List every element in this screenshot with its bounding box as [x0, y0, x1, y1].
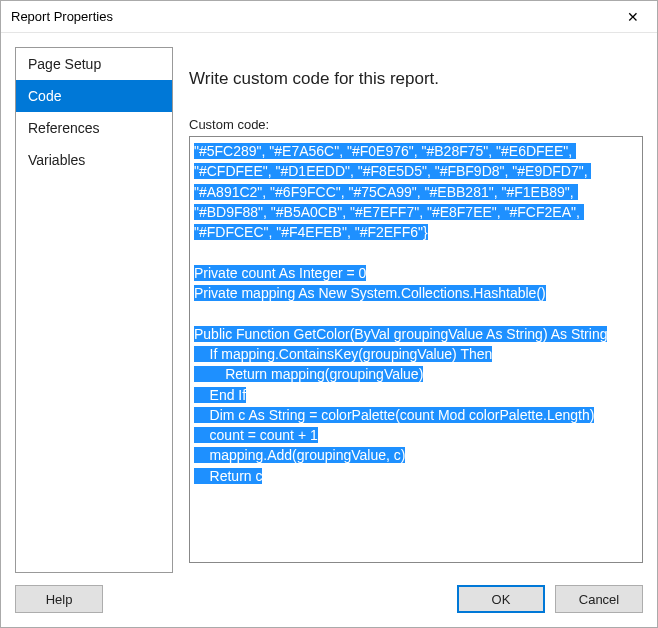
sidebar: Page Setup Code References Variables	[15, 47, 173, 573]
sidebar-item-variables[interactable]: Variables	[16, 144, 172, 176]
main-panel: Write custom code for this report. Custo…	[189, 47, 643, 573]
close-button[interactable]: ✕	[613, 3, 653, 31]
sidebar-item-label: Page Setup	[28, 56, 101, 72]
cancel-button[interactable]: Cancel	[555, 585, 643, 613]
sidebar-item-references[interactable]: References	[16, 112, 172, 144]
sidebar-item-page-setup[interactable]: Page Setup	[16, 48, 172, 80]
sidebar-item-label: Code	[28, 88, 61, 104]
titlebar: Report Properties ✕	[1, 1, 657, 33]
code-label: Custom code:	[189, 117, 643, 132]
help-button[interactable]: Help	[15, 585, 103, 613]
custom-code-textarea[interactable]: "#5FC289", "#E7A56C", "#F0E976", "#B28F7…	[189, 136, 643, 563]
sidebar-item-code[interactable]: Code	[16, 80, 172, 112]
instruction-text: Write custom code for this report.	[189, 69, 643, 89]
close-icon: ✕	[627, 9, 639, 25]
content-area: Page Setup Code References Variables Wri…	[1, 33, 657, 573]
ok-button[interactable]: OK	[457, 585, 545, 613]
sidebar-item-label: Variables	[28, 152, 85, 168]
button-row: Help OK Cancel	[1, 573, 657, 627]
window-title: Report Properties	[11, 9, 113, 24]
code-area-wrap: "#5FC289", "#E7A56C", "#F0E976", "#B28F7…	[189, 136, 643, 563]
sidebar-item-label: References	[28, 120, 100, 136]
